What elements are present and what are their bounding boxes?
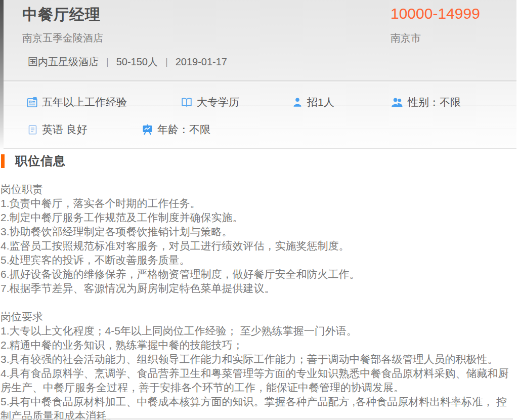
job-city: 南京市: [391, 31, 421, 45]
section-accent-bar: [1, 154, 5, 168]
section-title: 职位信息: [15, 153, 66, 169]
requirement-label: 大专学历: [197, 95, 239, 109]
headcount-person-icon: [292, 97, 303, 108]
requirement-headcount: 招1人: [292, 96, 334, 109]
requirement-language: 英语 良好: [27, 123, 88, 136]
job-requirements-strip: 五年以上工作经验 大专学历 招1人 性别：不限: [4, 82, 516, 149]
requirement-experience: 五年以上工作经验: [26, 96, 127, 109]
requirement-education: 大专学历: [181, 96, 239, 109]
requirement-gender: 性别：不限: [391, 96, 461, 109]
education-book-icon: [181, 97, 193, 108]
left-edge-shade: [0, 0, 4, 151]
tag-company-size: 50-150人: [116, 55, 158, 69]
bottom-divider: [0, 418, 513, 419]
job-description-text: 岗位职责 1.负责中餐厅，落实各个时期的工作任务。 2.制定中餐厅服务工作规范及…: [1, 182, 514, 420]
job-header: 中餐厅经理 10000-14999 南京五季金陵酒店 南京市 国内五星级酒店 |…: [4, 0, 516, 81]
requirement-label: 年龄：不限: [157, 122, 210, 137]
company-name: 南京五季金陵酒店: [22, 31, 103, 45]
tag-company-type: 国内五星级酒店: [28, 55, 99, 69]
requirement-age: 年龄：不限: [142, 123, 210, 136]
tag-separator: |: [165, 57, 168, 67]
requirement-label: 性别：不限: [408, 95, 461, 109]
requirement-label: 英语 良好: [42, 122, 88, 137]
requirement-label: 招1人: [307, 95, 334, 109]
company-tags: 国内五星级酒店 | 50-150人 | 2019-01-17: [28, 55, 227, 69]
tag-separator: |: [106, 57, 109, 67]
age-chart-board-icon: [142, 124, 153, 136]
gender-people-icon: [391, 97, 404, 108]
job-title: 中餐厅经理: [22, 5, 101, 25]
salary-range: 10000-14999: [391, 5, 480, 22]
tag-post-date: 2019-01-17: [176, 56, 227, 68]
experience-calendar-icon: [26, 97, 38, 108]
language-document-icon: [27, 124, 38, 136]
requirement-label: 五年以上工作经验: [42, 95, 127, 109]
